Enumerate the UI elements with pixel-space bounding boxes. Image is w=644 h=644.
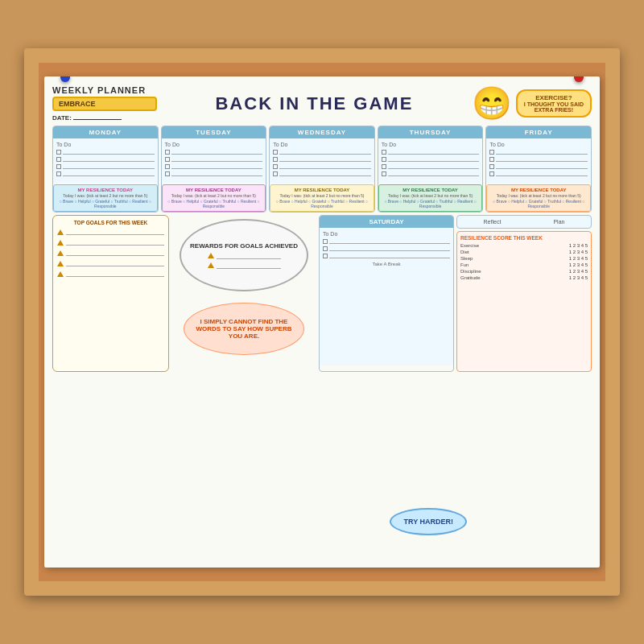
sunday-top: Reflect Plan [456,215,592,229]
triangle-icon-2 [57,240,64,246]
triangle-icon-1 [57,229,64,235]
monday-todo-3 [56,163,155,169]
saturday-column: SATURDAY To Do Take A Break [319,215,454,372]
resilience-score-box: RESILIENCE SCORE THIS WEEK Exercise 1 2 … [456,231,592,372]
monday-todo-label: To Do [56,142,155,147]
header-right: 😁 EXERCISE? I THOUGHT YOU SAID EXTRA FRI… [472,85,592,122]
triangle-icon-3 [57,250,64,256]
saturday-todo-3 [323,253,450,258]
rewards-title: REWARDS FOR GOALS ACHIEVED [190,242,298,250]
date-label: DATE: [52,114,157,122]
plan-label: Plan [553,219,564,225]
monday-body: To Do [53,138,158,183]
paper: WEEKLY PLANNER EMBRACE DATE: BACK IN THE… [44,76,600,568]
logo: EMBRACE [52,97,157,111]
monday-todo-4 [56,171,155,176]
score-row-diet: Diet 1 2 3 4 5 [460,250,588,254]
saturday-body: To Do Take A Break [320,228,453,365]
goal-item-5 [57,270,164,277]
try-harder-bubble: TRY HARDER! [390,508,467,535]
friday-body: To Do [486,138,591,183]
wednesday-todo-label: To Do [273,142,371,147]
pin-top-left [60,76,70,82]
wednesday-todo-1 [273,149,371,155]
tuesday-todo-4 [165,171,263,176]
reward-item-1 [208,253,281,259]
thursday-header: THURSDAY [378,126,483,138]
saturday-todo-2 [323,246,450,251]
tuesday-body: To Do [162,138,266,183]
right-section: SATURDAY To Do Take A Break [319,215,592,372]
friday-todo-2 [489,156,588,162]
friday-header: FRIDAY [486,126,591,138]
goal-item-3 [57,250,164,256]
weekly-planner-label: WEEKLY PLANNER [52,85,157,95]
tuesday-todo-3 [165,163,263,169]
pin-top-right [574,76,584,82]
tuesday-todo-2 [165,156,263,162]
saturday-todo-1 [323,238,450,244]
rewards-oval: REWARDS FOR GOALS ACHIEVED [180,219,308,291]
monday-header: MONDAY [53,126,158,138]
triangle-icon-5 [57,271,64,277]
reward-item-2 [208,262,281,269]
main-title: BACK IN THE GAME [157,95,472,113]
friday-todo-3 [489,163,588,169]
goal-item-1 [57,229,164,235]
monday-todo-1 [56,149,155,155]
thursday-todo-label: To Do [382,142,480,147]
score-row-fun: Fun 1 2 3 4 5 [460,262,588,267]
score-row-exercise: Exercise 1 2 3 4 5 [460,243,588,248]
exercise-bubble: EXERCISE? I THOUGHT YOU SAID EXTRA FRIES… [516,89,592,118]
goal-item-2 [57,239,164,246]
score-row-discipline: Discipline 1 2 3 4 5 [460,269,588,274]
friday-column: FRIDAY To Do MY RESILIENCE TODAY Today I… [485,126,592,213]
reflect-label: Reflect [484,219,502,225]
tuesday-todo-label: To Do [165,142,263,147]
wednesday-todo-3 [273,163,371,169]
header: WEEKLY PLANNER EMBRACE DATE: BACK IN THE… [52,85,592,122]
tuesday-todo-1 [165,149,263,155]
motivational-quote: I SIMPLY CANNOT FIND THE WORDS TO SAY HO… [184,303,304,355]
monday-resilience: MY RESILIENCE TODAY Today I was: (tick a… [53,184,158,212]
monday-column: MONDAY To Do MY RESILIENCE TODAY Today I… [52,126,159,213]
emoji-icon: 😁 [472,85,512,122]
header-left: WEEKLY PLANNER EMBRACE DATE: [52,85,157,122]
wednesday-todo-2 [273,156,371,162]
monday-todo-2 [56,156,155,162]
take-break-label: Take A Break [323,262,450,266]
thursday-todo-4 [382,171,480,176]
thursday-todo-1 [382,149,480,155]
resilience-score-title: RESILIENCE SCORE THIS WEEK [460,235,588,241]
tuesday-column: TUESDAY To Do MY RESILIENCE TODAY Today … [161,126,267,213]
cork-board: WEEKLY PLANNER EMBRACE DATE: BACK IN THE… [24,48,620,596]
sunday-column: Reflect Plan RESILIENCE SCORE THIS WEEK … [456,215,592,372]
tuesday-header: TUESDAY [162,126,266,138]
wednesday-header: WEDNESDAY [270,126,374,138]
friday-resilience: MY RESILIENCE TODAY Today I was: (tick a… [486,184,591,212]
header-center: BACK IN THE GAME [157,95,472,113]
thursday-body: To Do [378,138,483,183]
thursday-todo-3 [382,163,480,169]
friday-todo-1 [489,149,588,155]
goals-title: TOP GOALS FOR THIS WEEK [57,220,164,225]
rewards-center: REWARDS FOR GOALS ACHIEVED I SIMPLY CANN… [171,215,316,372]
tuesday-resilience: MY RESILIENCE TODAY Today I was: (tick a… [162,184,266,212]
wall: WEEKLY PLANNER EMBRACE DATE: BACK IN THE… [0,0,644,644]
wednesday-column: WEDNESDAY To Do MY RESILIENCE TODAY Toda… [269,126,375,213]
sunday-row: Reflect Plan [460,219,588,225]
saturday-todo-label: To Do [323,231,450,237]
thursday-column: THURSDAY To Do MY RESILIENCE TODAY Today… [378,126,484,213]
wednesday-resilience: MY RESILIENCE TODAY Today I was: (tick a… [270,184,374,212]
reward-triangle-1 [208,253,214,258]
bottom-section: TOP GOALS FOR THIS WEEK [52,215,592,372]
saturday-header: SATURDAY [320,216,453,228]
days-grid: MONDAY To Do MY RESILIENCE TODAY Today I… [52,126,592,213]
friday-todo-label: To Do [489,142,588,147]
triangle-icon-4 [57,261,64,266]
reward-triangle-2 [208,262,214,268]
score-row-gratitude: Gratitude 1 2 3 4 5 [460,275,588,280]
thursday-todo-2 [382,156,480,162]
score-row-sleep: Sleep 1 2 3 4 5 [460,256,588,261]
thursday-resilience: MY RESILIENCE TODAY Today I was: (tick a… [378,184,483,212]
